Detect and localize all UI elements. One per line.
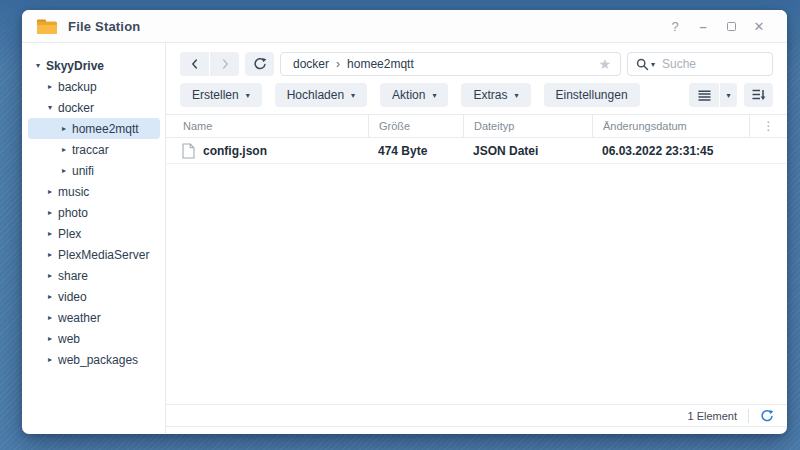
toolbar-button-einstellungen[interactable]: Einstellungen	[544, 83, 640, 107]
tree-arrow-icon[interactable]: ▸	[58, 124, 70, 133]
sidebar-item-music[interactable]: ▸ music	[28, 181, 160, 202]
sidebar-item-share[interactable]: ▸ share	[28, 265, 160, 286]
tree-arrow-icon[interactable]: ▸	[44, 313, 56, 322]
window-body: ▾ SkyyDrive ▸ backup ▾ docker ▸ homee2mq…	[22, 43, 787, 434]
search-input[interactable]: ▾ Suche	[627, 52, 773, 76]
column-settings-button[interactable]: ⋮	[749, 115, 787, 137]
sidebar-item-label: web	[58, 332, 80, 346]
row-kebab-spacer	[749, 138, 787, 163]
window-controls: ? – ✕	[665, 16, 769, 36]
chevron-down-icon: ▾	[246, 91, 250, 100]
column-label: Größe	[379, 120, 410, 132]
tree-arrow-icon[interactable]: ▸	[44, 82, 56, 91]
breadcrumb-segment[interactable]: docker	[293, 57, 329, 71]
sidebar-item-label: web_packages	[58, 353, 138, 367]
breadcrumb[interactable]: docker › homee2mqtt ★	[280, 52, 621, 76]
column-header-size[interactable]: Größe	[368, 115, 463, 137]
sidebar-item-label: photo	[58, 206, 88, 220]
refresh-button[interactable]	[245, 52, 274, 76]
file-name: config.json	[203, 144, 267, 158]
breadcrumb-separator: ›	[336, 57, 340, 71]
tree-arrow-icon[interactable]: ▸	[44, 292, 56, 301]
tree-arrow-icon[interactable]: ▸	[44, 271, 56, 280]
sidebar-item-web[interactable]: ▸ web	[28, 328, 160, 349]
list-view-button[interactable]	[689, 83, 719, 107]
tree-arrow-icon[interactable]: ▸	[58, 166, 70, 175]
minimize-button[interactable]: –	[693, 16, 713, 36]
toolbar-button-label: Extras	[473, 88, 507, 102]
sidebar-item-weather[interactable]: ▸ weather	[28, 307, 160, 328]
sidebar-item-label: music	[58, 185, 89, 199]
sidebar-item-plexmediaserver[interactable]: ▸ PlexMediaServer	[28, 244, 160, 265]
toolbar-button-extras[interactable]: Extras ▾	[461, 83, 530, 107]
sidebar-item-video[interactable]: ▸ video	[28, 286, 160, 307]
chevron-right-icon	[218, 57, 232, 71]
sidebar: ▾ SkyyDrive ▸ backup ▾ docker ▸ homee2mq…	[22, 43, 166, 434]
kebab-icon: ⋮	[763, 119, 775, 133]
back-button[interactable]	[180, 52, 209, 76]
tree-arrow-icon[interactable]: ▸	[58, 145, 70, 154]
help-button[interactable]: ?	[665, 16, 685, 36]
sidebar-item-docker[interactable]: ▾ docker	[28, 97, 160, 118]
toolbar-button-aktion[interactable]: Aktion ▾	[380, 83, 448, 107]
sidebar-item-traccar[interactable]: ▸ traccar	[28, 139, 160, 160]
toolbar-button-label: Hochladen	[287, 88, 344, 102]
search-scope-caret-icon[interactable]: ▾	[651, 60, 655, 69]
sidebar-item-skyydrive[interactable]: ▾ SkyyDrive	[28, 55, 160, 76]
sidebar-item-label: share	[58, 269, 88, 283]
sidebar-item-label: homee2mqtt	[72, 122, 139, 136]
sidebar-item-unifi[interactable]: ▸ unifi	[28, 160, 160, 181]
column-header-modified[interactable]: Änderungsdatum	[592, 115, 749, 137]
tree-arrow-icon[interactable]: ▾	[32, 61, 44, 70]
sidebar-item-label: unifi	[72, 164, 94, 178]
sidebar-item-plex[interactable]: ▸ Plex	[28, 223, 160, 244]
sidebar-item-label: docker	[58, 101, 94, 115]
toolbar-button-erstellen[interactable]: Erstellen ▾	[180, 83, 262, 107]
file-size-cell: 474 Byte	[368, 138, 463, 163]
table-header: Name Größe Dateityp Änderungsdatum ⋮	[166, 114, 787, 138]
refresh-list-icon[interactable]	[760, 409, 774, 423]
sidebar-item-label: SkyyDrive	[46, 59, 104, 73]
breadcrumb-segment[interactable]: homee2mqtt	[347, 57, 414, 71]
sidebar-item-photo[interactable]: ▸ photo	[28, 202, 160, 223]
tree-arrow-icon[interactable]: ▸	[44, 229, 56, 238]
folder-app-icon	[36, 18, 58, 35]
tree-arrow-icon[interactable]: ▸	[44, 187, 56, 196]
sidebar-item-homee2mqtt[interactable]: ▸ homee2mqtt	[28, 118, 160, 139]
sidebar-item-backup[interactable]: ▸ backup	[28, 76, 160, 97]
title-bar: File Station ? – ✕	[22, 10, 787, 43]
sort-button[interactable]	[744, 83, 773, 107]
column-header-type[interactable]: Dateityp	[463, 115, 592, 137]
tree-arrow-icon[interactable]: ▸	[44, 250, 56, 259]
tree-arrow-icon[interactable]: ▸	[44, 334, 56, 343]
close-button[interactable]: ✕	[749, 16, 769, 36]
chevron-down-icon: ▾	[432, 91, 436, 100]
history-buttons	[180, 52, 239, 76]
view-options-caret-button[interactable]: ▾	[720, 83, 737, 107]
forward-button[interactable]	[210, 52, 239, 76]
bookmark-star-icon[interactable]: ★	[598, 57, 611, 71]
table-row[interactable]: config.json 474 Byte JSON Datei 06.03.20…	[166, 138, 787, 164]
sort-icon	[752, 89, 766, 101]
file-type-cell: JSON Datei	[463, 138, 592, 163]
list-view-icon	[698, 90, 711, 101]
toolbar-button-label: Einstellungen	[556, 88, 628, 102]
tree-arrow-icon[interactable]: ▾	[44, 103, 56, 112]
toolbar: Erstellen ▾ Hochladen ▾ Aktion ▾ Extras …	[180, 83, 773, 107]
sidebar-item-web_packages[interactable]: ▸ web_packages	[28, 349, 160, 370]
maximize-button[interactable]	[721, 16, 741, 36]
chevron-down-icon: ▾	[514, 91, 518, 100]
sidebar-item-label: video	[58, 290, 87, 304]
toolbar-button-hochladen[interactable]: Hochladen ▾	[275, 83, 367, 107]
file-name-cell[interactable]: config.json	[166, 138, 368, 163]
tree-arrow-icon[interactable]: ▸	[44, 355, 56, 364]
status-divider	[748, 409, 749, 423]
column-header-name[interactable]: Name	[166, 115, 368, 137]
file-list-empty-area[interactable]	[166, 164, 787, 404]
view-mode-buttons: ▾	[689, 83, 737, 107]
tree-arrow-icon[interactable]: ▸	[44, 208, 56, 217]
chevron-down-icon: ▾	[726, 91, 730, 100]
search-icon	[636, 58, 649, 71]
chevron-left-icon	[188, 57, 202, 71]
chevron-down-icon: ▾	[351, 91, 355, 100]
